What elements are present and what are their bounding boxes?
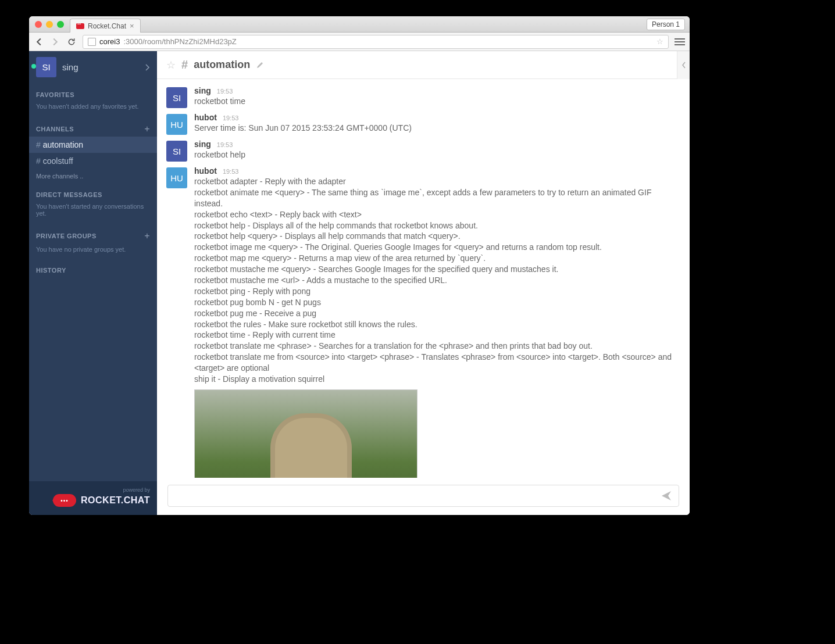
hash-icon: # bbox=[181, 58, 188, 71]
address-bar: corei3:3000/room/thhPNzZhi2MHd23pZ ☆ bbox=[29, 33, 690, 51]
history-header[interactable]: HISTORY bbox=[29, 259, 157, 276]
favorites-header: FAVORITES bbox=[29, 83, 157, 101]
message-line: rocketbot echo <text> - Reply back with … bbox=[194, 209, 680, 220]
message: SIsing19:53rocketbot time bbox=[157, 84, 690, 110]
edit-icon[interactable] bbox=[256, 61, 264, 69]
message-time: 19:53 bbox=[217, 141, 233, 148]
message-header: sing19:53 bbox=[194, 86, 680, 95]
message-body: hubot19:53rocketbot adapter - Reply with… bbox=[194, 166, 680, 478]
close-tab-icon[interactable]: × bbox=[130, 22, 134, 30]
message-line: rocketbot animate me <query> - The same … bbox=[194, 187, 680, 209]
message-time: 19:53 bbox=[223, 168, 239, 175]
forward-button[interactable] bbox=[50, 37, 60, 47]
channel-list: #automation#coolstuff bbox=[29, 137, 157, 169]
groups-header: PRIVATE GROUPS + bbox=[29, 223, 157, 244]
message-line: rocketbot pug bomb N - get N pugs bbox=[194, 297, 680, 308]
message-time: 19:53 bbox=[217, 88, 233, 95]
message-image[interactable] bbox=[194, 389, 418, 478]
message-line: rocketbot mustache me <url> - Adds a mus… bbox=[194, 275, 680, 286]
groups-empty-hint: You have no private groups yet. bbox=[29, 244, 157, 259]
tab-favicon bbox=[76, 23, 84, 29]
hash-icon: # bbox=[36, 140, 41, 149]
tab-strip: Rocket.Chat × bbox=[70, 19, 141, 33]
sidebar: SI sing FAVORITES You haven't added any … bbox=[29, 51, 157, 515]
message-line: rocketbot time bbox=[194, 96, 680, 107]
more-channels-link[interactable]: More channels .. bbox=[29, 169, 157, 183]
channel-name: coolstuff bbox=[43, 156, 73, 166]
message-text: rocketbot help bbox=[194, 149, 680, 160]
message-avatar: HU bbox=[166, 167, 187, 188]
message-input-box[interactable] bbox=[167, 485, 679, 507]
message-body: hubot19:53Server time is: Sun Jun 07 201… bbox=[194, 113, 680, 135]
presence-indicator bbox=[31, 64, 36, 69]
message-time: 19:53 bbox=[223, 115, 239, 121]
message-username: sing bbox=[194, 139, 211, 149]
message-line: rocketbot help <query> - Displays all he… bbox=[194, 231, 680, 242]
channel-name: automation bbox=[43, 140, 83, 149]
message-username: hubot bbox=[194, 113, 217, 122]
message-line: rocketbot time - Reply with current time bbox=[194, 330, 680, 341]
message-line: rocketbot image me <query> - The Origina… bbox=[194, 242, 680, 253]
main-panel: ☆ # automation SIsing19:53rocketbot time… bbox=[157, 51, 690, 515]
close-window-button[interactable] bbox=[35, 21, 42, 28]
chevron-right-icon bbox=[144, 63, 150, 71]
message-header: hubot19:53 bbox=[194, 113, 680, 122]
message-line: rocketbot map me <query> - Returns a map… bbox=[194, 253, 680, 264]
message-body: sing19:53rocketbot help bbox=[194, 139, 680, 162]
browser-menu-button[interactable] bbox=[675, 37, 685, 47]
url-path: :3000/room/thhPNzZhi2MHd23pZ bbox=[123, 37, 236, 46]
channel-header: ☆ # automation bbox=[157, 51, 690, 79]
back-button[interactable] bbox=[34, 37, 44, 47]
message-list: SIsing19:53rocketbot timeHUhubot19:53Ser… bbox=[157, 79, 690, 478]
message-input[interactable] bbox=[175, 491, 661, 500]
message-line: rocketbot help bbox=[194, 149, 680, 160]
add-channel-button[interactable]: + bbox=[144, 124, 150, 134]
sidebar-channel-automation[interactable]: #automation bbox=[29, 137, 157, 153]
profile-chip[interactable]: Person 1 bbox=[647, 19, 685, 30]
reload-button[interactable] bbox=[66, 37, 77, 47]
favorite-star-icon[interactable]: ☆ bbox=[166, 59, 176, 71]
compose-area bbox=[157, 478, 690, 515]
message-body: sing19:53rocketbot time bbox=[194, 86, 680, 108]
message-avatar: SI bbox=[166, 87, 187, 108]
message-line: rocketbot the rules - Make sure rocketbo… bbox=[194, 319, 680, 330]
user-avatar: SI bbox=[36, 57, 56, 77]
powered-by-label: powered by bbox=[36, 487, 150, 493]
message-username: sing bbox=[194, 86, 211, 95]
url-domain: corei3 bbox=[99, 37, 120, 46]
message-avatar: SI bbox=[166, 141, 187, 162]
rocketchat-app: SI sing FAVORITES You haven't added any … bbox=[29, 51, 690, 515]
tab-title: Rocket.Chat bbox=[88, 22, 126, 30]
message-header: sing19:53 bbox=[194, 139, 680, 149]
message: SIsing19:53rocketbot help bbox=[157, 137, 690, 164]
maximize-window-button[interactable] bbox=[57, 21, 64, 28]
message: HUhubot19:53rocketbot adapter - Reply wi… bbox=[157, 164, 690, 478]
minimize-window-button[interactable] bbox=[46, 21, 53, 28]
message-line: rocketbot translate me from <source> int… bbox=[194, 352, 680, 374]
sidebar-channel-coolstuff[interactable]: #coolstuff bbox=[29, 153, 157, 169]
message-line: rocketbot ping - Reply with pong bbox=[194, 286, 680, 297]
send-icon[interactable] bbox=[661, 491, 672, 501]
brand-text: ROCKET.CHAT bbox=[81, 495, 150, 506]
brand-logo: ••• ROCKET.CHAT bbox=[36, 494, 150, 507]
rocketchat-icon: ••• bbox=[53, 494, 76, 507]
browser-window: Rocket.Chat × Person 1 corei3:3000/room/… bbox=[29, 16, 690, 515]
message-avatar: HU bbox=[166, 114, 187, 135]
current-user[interactable]: SI sing bbox=[29, 51, 157, 83]
message-line: rocketbot adapter - Reply with the adapt… bbox=[194, 176, 680, 187]
page-icon bbox=[88, 38, 96, 46]
hash-icon: # bbox=[36, 156, 41, 166]
message-username: hubot bbox=[194, 166, 217, 176]
message-line: rocketbot mustache me <query> - Searches… bbox=[194, 264, 680, 275]
browser-tab[interactable]: Rocket.Chat × bbox=[70, 19, 141, 33]
bookmark-star-icon[interactable]: ☆ bbox=[656, 37, 663, 46]
favorites-empty-hint: You haven't added any favorites yet. bbox=[29, 101, 157, 116]
add-group-button[interactable]: + bbox=[144, 231, 150, 241]
message-text: rocketbot adapter - Reply with the adapt… bbox=[194, 176, 680, 385]
dm-empty-hint: You haven't started any conversations ye… bbox=[29, 201, 157, 223]
url-input[interactable]: corei3:3000/room/thhPNzZhi2MHd23pZ ☆ bbox=[83, 35, 669, 49]
message-text: Server time is: Sun Jun 07 2015 23:53:24… bbox=[194, 123, 680, 134]
right-panel-toggle[interactable] bbox=[677, 51, 690, 79]
channel-title: automation bbox=[194, 59, 250, 71]
message-line: ship it - Display a motivation squirrel bbox=[194, 374, 680, 385]
